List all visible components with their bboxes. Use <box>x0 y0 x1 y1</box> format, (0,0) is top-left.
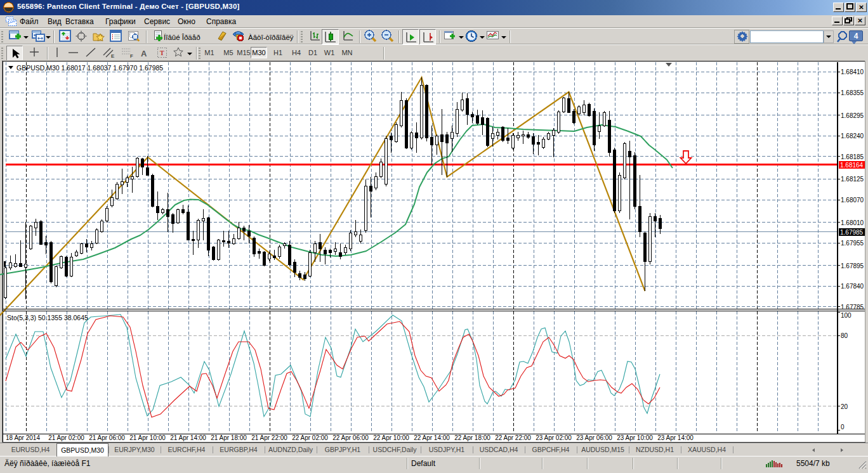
svg-text:1.67840: 1.67840 <box>841 283 864 290</box>
svg-text:1.68355: 1.68355 <box>841 89 864 96</box>
svg-text:GBPUSD,M30 1.68017 1.68037 1.: GBPUSD,M30 1.68017 1.68037 1.67970 1.679… <box>16 64 163 72</box>
svg-text:1.68410: 1.68410 <box>841 68 864 75</box>
svg-text:23 Apr 06:00: 23 Apr 06:00 <box>576 434 612 441</box>
svg-text:1.68185: 1.68185 <box>841 153 864 160</box>
svg-text:22 Apr 18:00: 22 Apr 18:00 <box>454 434 490 441</box>
svg-text:22 Apr 06:00: 22 Apr 06:00 <box>332 434 369 441</box>
svg-text:1.68125: 1.68125 <box>841 176 864 183</box>
svg-text:20: 20 <box>841 403 848 410</box>
svg-text:0: 0 <box>841 424 845 431</box>
svg-text:1.67955: 1.67955 <box>841 240 864 247</box>
svg-text:21 Apr 02:00: 21 Apr 02:00 <box>48 434 84 441</box>
svg-text:T: T <box>160 49 164 56</box>
svg-text:21 Apr 10:00: 21 Apr 10:00 <box>129 434 166 441</box>
svg-text:1.67985: 1.67985 <box>840 229 864 236</box>
svg-text:23 Apr 02:00: 23 Apr 02:00 <box>536 434 572 441</box>
svg-text:22 Apr 02:00: 22 Apr 02:00 <box>292 434 328 441</box>
svg-text:1.68240: 1.68240 <box>841 133 864 139</box>
svg-text:E: E <box>111 53 114 59</box>
svg-text:1.68070: 1.68070 <box>841 197 864 204</box>
svg-text:1.67895: 1.67895 <box>841 262 864 269</box>
svg-text:21 Apr 18:00: 21 Apr 18:00 <box>211 434 247 441</box>
svg-text:Sto(5,3,3) 50.1355 38.0645: Sto(5,3,3) 50.1355 38.0645 <box>7 314 88 321</box>
svg-text:100: 100 <box>841 312 852 319</box>
svg-text:1.67785: 1.67785 <box>841 304 864 311</box>
svg-text:1.68295: 1.68295 <box>841 112 864 119</box>
svg-text:22 Apr 14:00: 22 Apr 14:00 <box>414 434 450 441</box>
svg-text:22 Apr 10:00: 22 Apr 10:00 <box>373 434 409 441</box>
svg-text:1.68010: 1.68010 <box>841 219 864 226</box>
svg-text:23 Apr 10:00: 23 Apr 10:00 <box>617 434 653 441</box>
svg-text:18 Apr 2014: 18 Apr 2014 <box>6 434 40 441</box>
svg-text:80: 80 <box>841 332 848 339</box>
svg-text:F: F <box>130 53 133 59</box>
svg-text:1.68164: 1.68164 <box>840 162 864 169</box>
svg-text:23 Apr 14:00: 23 Apr 14:00 <box>657 434 694 441</box>
svg-text:21 Apr 22:00: 21 Apr 22:00 <box>251 434 287 441</box>
svg-text:21 Apr 14:00: 21 Apr 14:00 <box>170 434 206 441</box>
svg-text:21 Apr 06:00: 21 Apr 06:00 <box>89 434 125 441</box>
svg-text:22 Apr 22:00: 22 Apr 22:00 <box>495 434 531 441</box>
